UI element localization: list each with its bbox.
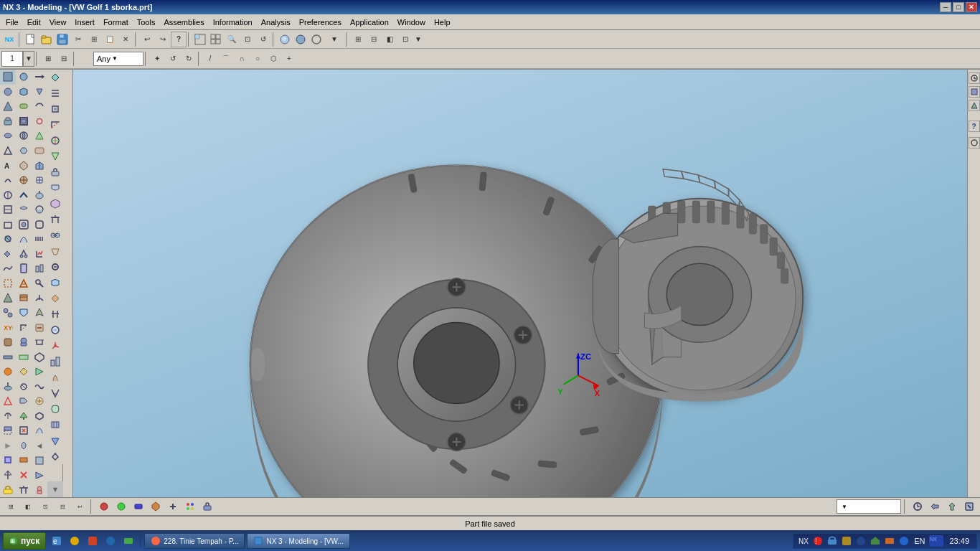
side-btn-c4-14[interactable]	[47, 275, 63, 291]
side-btn-c4-12[interactable]	[47, 243, 63, 259]
side-btn-c2-15[interactable]	[16, 276, 32, 291]
side-btn-s5[interactable]	[0, 128, 16, 143]
side-btn-c4-15[interactable]	[47, 291, 63, 306]
cut-btn[interactable]: ✂	[70, 32, 86, 47]
side-btn-c4-1[interactable]	[47, 70, 63, 85]
undo-btn[interactable]: ↩	[139, 32, 155, 47]
side-btn-c3-14[interactable]	[32, 261, 47, 276]
curve-btn-3[interactable]: ∩	[234, 51, 250, 67]
side-btn-c3-6[interactable]	[32, 143, 47, 159]
quicklaunch-4[interactable]	[103, 533, 118, 549]
side-btn-c4-2[interactable]	[47, 85, 63, 101]
side-btn-s10[interactable]	[0, 202, 16, 217]
side-btn-c4-7[interactable]	[47, 164, 63, 180]
bottom-btn-16[interactable]	[961, 499, 977, 514]
side-btn-c3-10[interactable]	[32, 202, 47, 217]
layer-dropdown[interactable]: ▼	[23, 51, 34, 67]
orient-btn-2[interactable]: ⊟	[366, 32, 382, 47]
side-btn-s22[interactable]	[0, 379, 16, 394]
side-btn-c4-5[interactable]	[47, 133, 63, 149]
snap-btn-1[interactable]: ✦	[149, 51, 165, 67]
side-btn-c3-13[interactable]	[32, 247, 47, 262]
zoom-area-btn[interactable]: 🔍	[224, 32, 240, 47]
side-btn-c3-12[interactable]	[32, 232, 47, 247]
delete-btn[interactable]: ✕	[118, 32, 133, 47]
side-btn-s21[interactable]	[0, 364, 16, 380]
side-btn-c2-12[interactable]	[16, 232, 32, 247]
bottom-btn-13[interactable]	[910, 499, 925, 514]
side-btn-c2-11[interactable]	[16, 217, 32, 232]
taskbar-item-2[interactable]: NX 3 - Modeling - [VW...	[247, 533, 349, 549]
info-btn[interactable]: ?	[171, 32, 187, 47]
new-file-btn[interactable]	[23, 32, 39, 47]
bottom-btn-2[interactable]: ◧	[20, 499, 36, 514]
right-panel-btn-5[interactable]	[969, 137, 980, 149]
side-btn-c4-11[interactable]	[47, 227, 63, 243]
side-btn-c4-19[interactable]	[47, 354, 63, 369]
side-btn-c2-18[interactable]	[16, 320, 32, 335]
side-btn-c2-26[interactable]	[16, 438, 32, 453]
side-btn-s25[interactable]	[0, 423, 16, 438]
side-btn-c3-25[interactable]	[32, 423, 47, 438]
render-btn-3[interactable]	[308, 32, 324, 47]
side-btn-c3-21[interactable]	[32, 364, 47, 380]
side-btn-c2-27[interactable]	[16, 453, 32, 468]
selection-btn-1[interactable]: ⊞	[40, 51, 56, 67]
menu-application[interactable]: Application	[346, 17, 393, 28]
menu-preferences[interactable]: Preferences	[295, 17, 346, 28]
side-btn-c3-18[interactable]	[32, 320, 47, 335]
menu-window[interactable]: Window	[393, 17, 430, 28]
side-btn-s15[interactable]	[0, 276, 16, 291]
side-btn-s11[interactable]	[0, 217, 16, 232]
side-btn-c2-8[interactable]	[16, 173, 32, 188]
rotate-btn[interactable]: ↺	[255, 32, 271, 47]
side-btn-c4-3[interactable]	[47, 101, 63, 117]
menu-analysis[interactable]: Analysis	[257, 17, 295, 28]
bottom-btn-1[interactable]: ⊞	[3, 499, 19, 514]
side-btn-c3-24[interactable]	[32, 409, 47, 424]
side-btn-c3-17[interactable]	[32, 306, 47, 321]
side-btn-c4-17[interactable]	[47, 322, 63, 338]
quicklaunch-5[interactable]	[121, 533, 136, 549]
side-btn-c3-16[interactable]	[32, 291, 47, 306]
side-btn-c2-7[interactable]	[16, 158, 32, 173]
side-btn-s27[interactable]	[0, 453, 16, 468]
shading-dropdown-btn[interactable]: ▼	[324, 32, 344, 47]
side-btn-s29[interactable]	[0, 482, 16, 497]
curve-btn-6[interactable]: +	[281, 51, 297, 67]
curve-btn-5[interactable]: ⬡	[265, 51, 281, 67]
side-btn-s3[interactable]	[0, 99, 16, 114]
layer-input[interactable]: 1	[1, 51, 23, 67]
side-btn-c3-27[interactable]	[32, 453, 47, 468]
side-btn-c4-8[interactable]	[47, 180, 63, 196]
menu-file[interactable]: File	[1, 17, 23, 28]
3d-viewport[interactable]: ZC X Y ?	[73, 70, 980, 497]
taskbar-item-1[interactable]: 228. Tinie Tempah - P...	[144, 533, 245, 549]
side-btn-c4-6[interactable]	[47, 149, 63, 164]
curve-btn-1[interactable]: /	[202, 51, 218, 67]
bottom-btn-3[interactable]: ⊡	[37, 499, 53, 514]
side-btn-c3-19[interactable]	[32, 335, 47, 350]
side-btn-c2-19[interactable]	[16, 335, 32, 350]
quicklaunch-2[interactable]	[67, 533, 83, 549]
right-panel-help-btn[interactable]: ?	[969, 121, 980, 132]
minimize-button[interactable]: ─	[940, 2, 951, 12]
nx-logo-btn[interactable]: NX	[1, 32, 17, 47]
side-btn-c4-10[interactable]	[47, 212, 63, 227]
bottom-btn-8[interactable]	[131, 499, 146, 514]
save-btn[interactable]	[55, 32, 70, 47]
side-btn-c3-22[interactable]	[32, 379, 47, 394]
menu-information[interactable]: Information	[209, 17, 257, 28]
bottom-btn-15[interactable]	[944, 499, 960, 514]
collapse-side-btn[interactable]: ◄	[32, 438, 47, 453]
quicklaunch-1[interactable]: e	[49, 533, 65, 549]
side-btn-c3-3[interactable]	[32, 99, 47, 114]
side-btn-s2[interactable]	[0, 85, 16, 100]
side-btn-c2-1[interactable]	[16, 70, 32, 85]
menu-insert[interactable]: Insert	[70, 17, 99, 28]
curve-btn-4[interactable]: ○	[250, 51, 265, 67]
side-btn-c2-4[interactable]	[16, 114, 32, 129]
copy-btn[interactable]: ⊞	[86, 32, 102, 47]
side-btn-c2-9[interactable]	[16, 187, 32, 202]
view-btn-2[interactable]	[208, 32, 224, 47]
